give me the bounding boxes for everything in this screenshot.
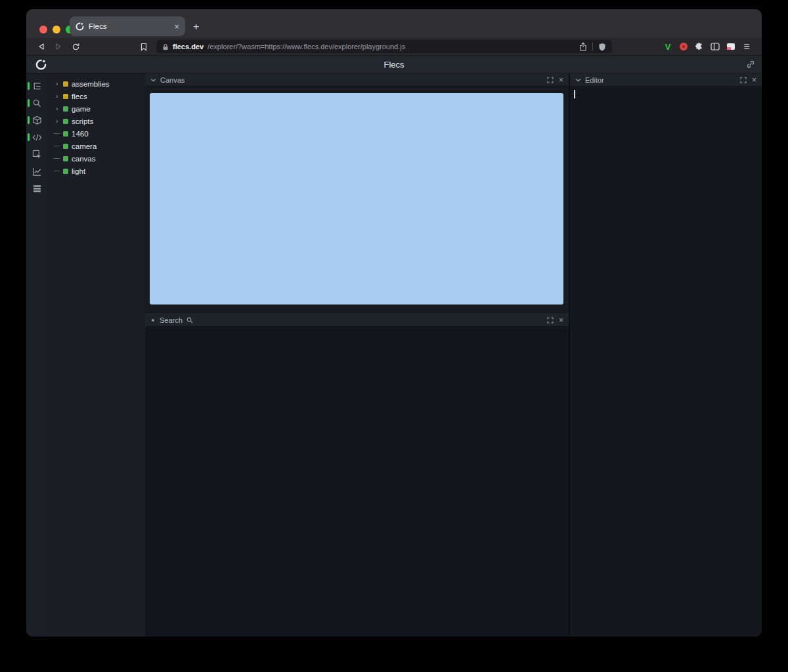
chevron-down-icon[interactable] (575, 78, 581, 82)
search-icon (186, 317, 193, 324)
bookmark-icon[interactable] (138, 41, 150, 52)
expand-icon[interactable] (547, 317, 554, 324)
sidebar-icon-cell-search[interactable] (26, 94, 47, 112)
canvas-panel-title: Canvas (160, 76, 185, 84)
browser-window: Flecs × + (26, 9, 762, 637)
tree-item-label: flecs (72, 93, 87, 100)
flecs-logo-icon (35, 59, 47, 70)
chevron-down-icon[interactable] (150, 78, 156, 82)
tree-item-label: 1460 (72, 130, 89, 138)
empty-workspace (145, 327, 569, 637)
url-path: /explorer/?wasm=https://www.flecs.dev/ex… (208, 43, 405, 51)
expand-icon[interactable] (547, 77, 554, 83)
menu-icon[interactable]: ≡ (741, 41, 753, 52)
render-canvas[interactable] (150, 93, 563, 304)
canvas-panel-header: Canvas × (145, 74, 569, 87)
search-panel-header: Search × (145, 314, 569, 327)
tree-item-label: camera (72, 142, 97, 150)
entity-color-square (63, 94, 68, 99)
editor-panel-header: Editor × (570, 74, 762, 87)
tree-item[interactable]: › game (54, 102, 145, 115)
expand-arrow-icon[interactable]: › (54, 117, 60, 125)
entity-color-square (63, 106, 68, 112)
wallet-extension-icon[interactable] (725, 41, 737, 52)
tree-item[interactable]: › scripts (54, 115, 145, 127)
tree-item[interactable]: canvas (54, 152, 145, 165)
tree-item-label: scripts (72, 117, 93, 125)
leaf-connector (54, 171, 60, 171)
expand-icon[interactable] (740, 77, 747, 83)
code-editor[interactable] (570, 87, 762, 637)
share-link-icon[interactable] (746, 60, 755, 69)
active-indicator (28, 133, 30, 141)
desktop-background: Flecs × + (0, 0, 788, 672)
traffic-lights (39, 26, 74, 33)
leaf-connector (54, 158, 60, 159)
sidebar-icon-cell-tree[interactable] (26, 77, 47, 94)
canvas-column: Canvas × Search (145, 74, 569, 637)
tree-item-label: canvas (72, 155, 95, 163)
entity-color-square (63, 81, 68, 87)
divider (592, 43, 593, 51)
sidebar-icon-cell-cube[interactable] (26, 112, 47, 129)
url-bar[interactable]: flecs.dev/explorer/?wasm=https://www.fle… (156, 40, 612, 53)
editor-column: Editor × (569, 74, 762, 637)
tree-item[interactable]: › flecs (54, 90, 145, 102)
tree-item[interactable]: › assemblies (54, 77, 145, 90)
canvas-panel-body (145, 87, 569, 314)
close-icon[interactable]: × (559, 76, 563, 84)
minimize-window-button[interactable] (53, 26, 60, 33)
sidebar-toggle-icon[interactable] (709, 41, 721, 52)
tree-item-label: assemblies (72, 80, 110, 88)
entity-color-square (63, 169, 68, 174)
forward-icon[interactable] (53, 41, 64, 52)
page-title: Flecs (26, 60, 762, 70)
leaf-connector (54, 146, 60, 146)
entity-color-square (63, 156, 68, 161)
expand-arrow-icon[interactable]: › (54, 105, 60, 112)
back-icon[interactable] (35, 41, 47, 52)
text-caret (574, 90, 575, 98)
lock-icon (162, 43, 169, 51)
tracking-shield-icon[interactable] (598, 43, 606, 51)
vimium-extension-icon[interactable]: V (662, 41, 674, 52)
url-domain: flecs.dev (173, 43, 204, 51)
expand-arrow-icon[interactable]: › (54, 80, 60, 87)
entity-color-square (63, 144, 68, 149)
tab-close-icon[interactable]: × (174, 22, 179, 31)
browser-tab[interactable]: Flecs × (70, 16, 185, 36)
sidebar-icon-cell-code[interactable] (26, 129, 47, 146)
collapsed-dot-icon[interactable] (152, 319, 154, 322)
active-indicator (28, 116, 30, 124)
entity-color-square (63, 119, 68, 124)
browser-tab-bar: Flecs × + (26, 9, 762, 38)
flecs-favicon-icon (76, 22, 84, 31)
share-icon[interactable] (579, 42, 587, 51)
tool-sidebar (26, 74, 47, 637)
tree-item[interactable]: light (54, 165, 145, 177)
tree-item-label: light (72, 167, 85, 175)
flecs-explorer-page: Flecs (26, 55, 762, 637)
new-tab-button[interactable]: + (193, 22, 199, 32)
leaf-connector (54, 133, 60, 134)
tree-item[interactable]: camera (54, 140, 145, 152)
sidebar-icon-cell-chart[interactable] (26, 163, 47, 180)
tree-item[interactable]: 1460 (54, 127, 145, 140)
entity-color-square (63, 131, 68, 136)
content-area: › assemblies › flecs › game › scripts 14… (26, 74, 762, 637)
reload-icon[interactable] (70, 41, 81, 52)
tab-title: Flecs (89, 22, 169, 30)
close-icon[interactable]: × (752, 76, 756, 84)
entity-tree: › assemblies › flecs › game › scripts 14… (47, 74, 145, 637)
adblock-extension-icon[interactable] (678, 41, 690, 52)
active-indicator (28, 82, 30, 90)
sidebar-icon-cell-stats[interactable] (26, 180, 47, 197)
extensions-puzzle-icon[interactable] (693, 41, 705, 52)
editor-panel-title: Editor (585, 76, 604, 84)
tree-item-label: game (72, 105, 91, 113)
close-window-button[interactable] (39, 26, 47, 33)
sidebar-icon-cell-inspect[interactable] (26, 146, 47, 163)
app-header: Flecs (26, 56, 762, 74)
close-icon[interactable]: × (559, 316, 563, 324)
expand-arrow-icon[interactable]: › (54, 93, 60, 100)
